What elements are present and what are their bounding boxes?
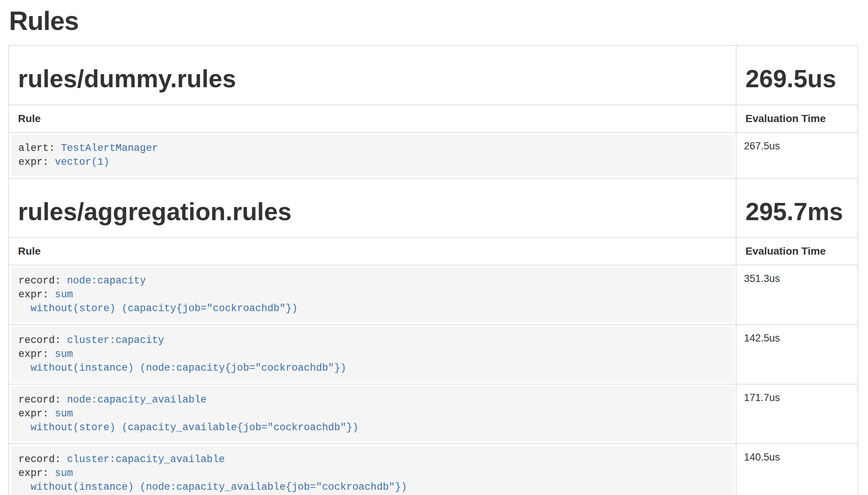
rule-evaluation-time: 171.7us (736, 384, 858, 444)
expr-label: expr: (18, 468, 55, 479)
rule-row: record: cluster:capacity expr: sum witho… (9, 325, 858, 384)
group-eval-time: 295.7ms (745, 198, 849, 225)
group-header-row: rules/aggregation.rules295.7ms (9, 178, 858, 238)
rules-page: Rules rules/dummy.rules269.5usRuleEvalua… (0, 6, 868, 495)
evaluation-time-column-header: Evaluation Time (736, 237, 858, 265)
rule-expr-link[interactable]: vector(1) (55, 157, 109, 168)
expr-label: expr: (18, 349, 55, 360)
rule-expr-link[interactable]: sum without(instance) (node:capacity_ava… (18, 468, 407, 493)
rule-type-label: record: (18, 394, 67, 406)
rules-table: rules/dummy.rules269.5usRuleEvaluation T… (8, 45, 858, 495)
group-eval-time-cell: 269.5us (736, 45, 858, 105)
rule-row: record: node:capacity expr: sum without(… (9, 265, 858, 325)
rules-table-body: rules/dummy.rules269.5usRuleEvaluation T… (9, 45, 858, 495)
rule-type-label: record: (18, 335, 67, 346)
column-header-row: RuleEvaluation Time (9, 105, 858, 133)
rule-column-header: Rule (9, 237, 736, 265)
rule-cell: alert: TestAlertManager expr: vector(1) (9, 133, 736, 178)
rule-evaluation-time: 140.5us (736, 444, 858, 495)
rule-name-link[interactable]: node:capacity (67, 275, 146, 286)
group-file-cell: rules/dummy.rules (9, 45, 736, 105)
rule-definition: alert: TestAlertManager expr: vector(1) (11, 135, 734, 176)
rule-evaluation-time: 351.3us (736, 265, 858, 325)
rule-cell: record: node:capacity expr: sum without(… (9, 265, 736, 325)
column-header-row: RuleEvaluation Time (9, 237, 858, 265)
expr-label: expr: (18, 408, 55, 419)
rule-definition: record: cluster:capacity_available expr:… (11, 446, 734, 495)
group-file-title: rules/aggregation.rules (18, 198, 727, 225)
rule-expr-link[interactable]: sum without(store) (capacity_available{j… (18, 408, 358, 433)
rule-definition: record: node:capacity expr: sum without(… (11, 267, 734, 322)
rule-type-label: alert: (18, 143, 61, 154)
rule-evaluation-time: 267.5us (736, 133, 858, 178)
group-file-cell: rules/aggregation.rules (9, 178, 736, 238)
rule-cell: record: node:capacity_available expr: su… (9, 384, 736, 444)
group-eval-time: 269.5us (745, 65, 849, 92)
expr-label: expr: (18, 289, 55, 300)
rule-expr-link[interactable]: sum without(instance) (node:capacity{job… (18, 349, 346, 374)
rule-cell: record: cluster:capacity_available expr:… (9, 444, 736, 495)
group-file-title: rules/dummy.rules (18, 65, 727, 92)
rule-cell: record: cluster:capacity expr: sum witho… (9, 325, 736, 384)
rule-row: record: cluster:capacity_available expr:… (9, 444, 858, 495)
rule-name-link[interactable]: cluster:capacity_available (67, 454, 225, 465)
evaluation-time-column-header: Evaluation Time (736, 105, 858, 133)
rule-row: record: node:capacity_available expr: su… (9, 384, 858, 444)
expr-label: expr: (18, 157, 55, 168)
rule-definition: record: node:capacity_available expr: su… (11, 386, 734, 441)
rule-column-header: Rule (9, 105, 736, 133)
rule-expr-link[interactable]: sum without(store) (capacity{job="cockro… (18, 289, 298, 314)
rule-row: alert: TestAlertManager expr: vector(1)2… (9, 133, 858, 178)
group-header-row: rules/dummy.rules269.5us (9, 45, 858, 105)
rule-evaluation-time: 142.5us (736, 325, 858, 384)
rule-name-link[interactable]: node:capacity_available (67, 394, 207, 406)
page-title: Rules (9, 6, 858, 36)
rule-definition: record: cluster:capacity expr: sum witho… (11, 327, 734, 382)
group-eval-time-cell: 295.7ms (736, 178, 858, 238)
rule-name-link[interactable]: cluster:capacity (67, 335, 164, 346)
rule-name-link[interactable]: TestAlertManager (61, 143, 158, 154)
rule-type-label: record: (18, 454, 67, 465)
rule-type-label: record: (18, 275, 67, 286)
